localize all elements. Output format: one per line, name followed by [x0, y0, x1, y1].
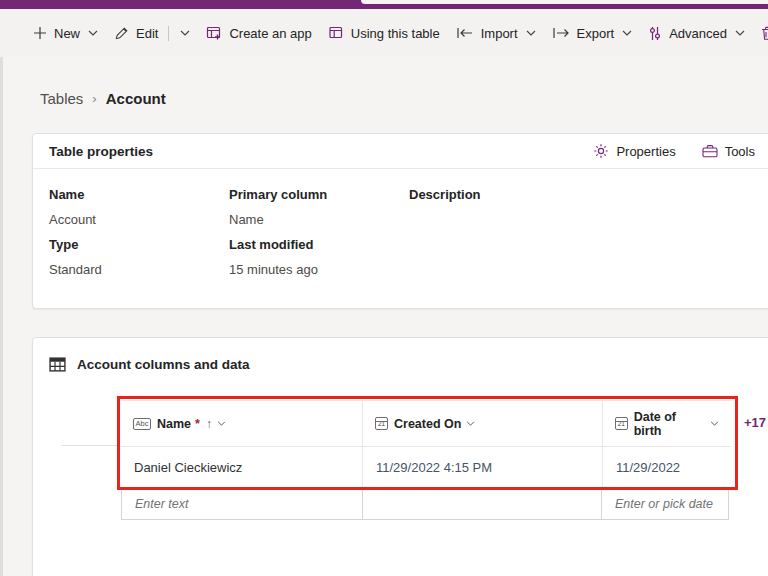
column-header-date-of-birth[interactable]: 21 Date of birth	[603, 400, 731, 446]
chevron-down-icon	[526, 30, 536, 36]
tools-label: Tools	[725, 144, 755, 159]
powerapps-table-page: New Edit Create an app Usin	[0, 0, 768, 576]
toolbox-icon	[702, 144, 718, 158]
plus-icon	[33, 26, 47, 40]
cell-created-on[interactable]: 11/29/2022 4:15 PM	[363, 446, 603, 488]
column-header-created-on[interactable]: 21 Created On	[363, 400, 603, 446]
columns-data-header: Account columns and data	[33, 338, 768, 372]
data-grid-icon	[49, 357, 66, 372]
export-button[interactable]: Export	[544, 9, 641, 57]
table-properties-fields: Name Primary column Description Account …	[33, 169, 768, 282]
chevron-down-icon	[217, 421, 226, 426]
new-label: New	[54, 26, 80, 41]
type-field-label: Type	[49, 232, 229, 257]
pencil-icon	[114, 26, 129, 41]
type-field-value: Standard	[49, 257, 229, 282]
cell-date-of-birth[interactable]: 11/29/2022	[603, 446, 731, 488]
search-pill-fragment	[361, 0, 768, 4]
trash-icon	[761, 26, 768, 41]
spacer	[409, 232, 763, 257]
name-value: Daniel Cieckiewicz	[134, 460, 242, 475]
advanced-label: Advanced	[669, 26, 727, 41]
page-title: Account	[106, 90, 166, 107]
created-on-value: 11/29/2022 4:15 PM	[376, 460, 492, 475]
export-arrow-icon	[552, 27, 570, 39]
export-label: Export	[577, 26, 615, 41]
create-an-app-button[interactable]: Create an app	[198, 9, 319, 57]
new-button[interactable]: New	[25, 9, 106, 57]
command-bar: New Edit Create an app Usin	[0, 9, 768, 57]
grid-input-row	[121, 488, 731, 520]
name-field-label: Name	[49, 182, 229, 207]
table-properties-title: Table properties	[49, 144, 153, 159]
sort-ascending-icon: ↑	[206, 417, 212, 431]
calendar-icon: 21	[375, 417, 388, 430]
using-this-table-button[interactable]: Using this table	[320, 9, 448, 57]
table-properties-header: Table properties Properties Tools	[33, 134, 768, 169]
column-name-label: Name	[157, 417, 191, 431]
column-header-name[interactable]: Abc Name * ↑	[121, 400, 363, 446]
column-created-on-label: Created On	[394, 417, 461, 431]
description-field-label: Description	[409, 182, 763, 207]
new-created-on-input[interactable]	[363, 488, 601, 519]
chevron-down-icon	[88, 30, 98, 36]
edit-label: Edit	[136, 26, 158, 41]
delete-button[interactable]: Delete	[753, 9, 768, 57]
last-modified-field-value: 15 minutes ago	[229, 257, 409, 282]
more-columns-button[interactable]: +17	[744, 415, 766, 430]
suite-header-bar	[0, 0, 768, 9]
chevron-down-icon	[622, 30, 632, 36]
text-type-icon: Abc	[133, 418, 151, 430]
row-gutter-line	[61, 445, 120, 446]
new-created-on-cell	[362, 487, 602, 520]
breadcrumb-separator: ›	[92, 91, 96, 106]
divider	[168, 26, 169, 41]
primary-column-field-label: Primary column	[229, 182, 409, 207]
required-marker: *	[195, 417, 200, 431]
edit-button[interactable]: Edit	[106, 9, 198, 57]
settings-sliders-icon	[648, 26, 662, 41]
new-name-cell	[121, 487, 363, 520]
new-date-of-birth-input[interactable]	[602, 488, 728, 519]
import-label: Import	[481, 26, 518, 41]
new-name-input[interactable]	[122, 488, 362, 519]
name-field-value: Account	[49, 207, 229, 232]
grid-data-row: Daniel Cieckiewicz 11/29/2022 4:15 PM 11…	[121, 446, 731, 488]
last-modified-field-label: Last modified	[229, 232, 409, 257]
data-grid: Abc Name * ↑ 21 Created On 21	[121, 400, 731, 520]
breadcrumb-tables-link[interactable]: Tables	[40, 90, 83, 107]
create-an-app-label: Create an app	[229, 26, 311, 41]
edit-split-chevron-icon[interactable]	[180, 30, 190, 36]
tools-button[interactable]: Tools	[702, 143, 755, 159]
breadcrumb: Tables › Account	[40, 90, 166, 107]
cell-name[interactable]: Daniel Cieckiewicz	[121, 446, 363, 488]
spacer	[409, 257, 763, 282]
table-icon	[328, 25, 344, 41]
new-date-of-birth-cell	[601, 487, 729, 520]
date-of-birth-value: 11/29/2022	[616, 460, 680, 475]
description-field-value	[409, 207, 763, 232]
chevron-down-icon	[466, 421, 475, 426]
primary-column-field-value: Name	[229, 207, 409, 232]
using-this-table-label: Using this table	[351, 26, 440, 41]
table-properties-card: Table properties Properties Tools Name	[32, 133, 768, 309]
chevron-down-icon	[710, 421, 719, 426]
table-plus-icon	[206, 25, 222, 41]
properties-label: Properties	[616, 144, 675, 159]
grid-header-row: Abc Name * ↑ 21 Created On 21	[121, 400, 731, 446]
columns-data-card: Account columns and data Abc Name * ↑ 21…	[32, 337, 768, 576]
calendar-icon: 21	[615, 417, 628, 430]
column-date-of-birth-label: Date of birth	[634, 410, 705, 438]
import-button[interactable]: Import	[448, 9, 544, 57]
import-arrow-icon	[456, 27, 474, 39]
window-edge	[0, 57, 3, 576]
properties-button[interactable]: Properties	[593, 143, 675, 159]
columns-data-title: Account columns and data	[77, 357, 250, 372]
advanced-button[interactable]: Advanced	[640, 9, 753, 57]
chevron-down-icon	[735, 30, 745, 36]
gear-icon	[593, 143, 609, 159]
